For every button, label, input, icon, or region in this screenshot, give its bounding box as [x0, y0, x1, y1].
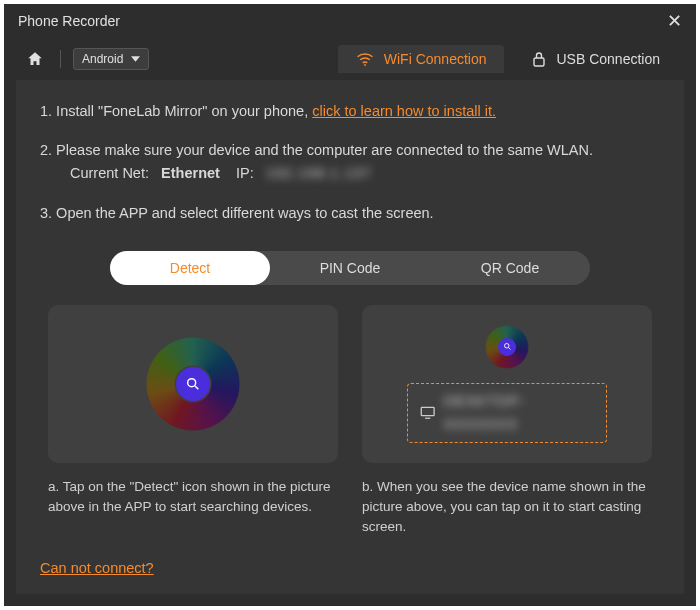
top-nav: Android WiFi Connection USB Connection [4, 38, 696, 80]
chevron-down-icon [131, 56, 140, 62]
magnify-icon [503, 342, 512, 351]
card-b-caption: b. When you see the device name shown in… [362, 477, 652, 538]
magnify-icon [185, 376, 201, 392]
device-name-value: DESKTOP-XXXXXXX [443, 390, 594, 436]
step-3-text: 3. Open the APP and select different way… [40, 205, 434, 221]
tab-usb-label: USB Connection [556, 51, 660, 67]
close-icon[interactable]: ✕ [667, 10, 682, 32]
wifi-icon [356, 52, 374, 66]
cast-method-tabs: Detect PIN Code QR Code [110, 251, 590, 285]
tab-wifi-connection[interactable]: WiFi Connection [338, 45, 505, 73]
ip-label: IP: [236, 165, 254, 181]
svg-point-3 [504, 344, 509, 349]
install-help-link[interactable]: click to learn how to install it. [312, 103, 496, 119]
window-root: Phone Recorder ✕ Android WiFi Connection… [4, 4, 696, 606]
titlebar: Phone Recorder ✕ [4, 4, 696, 38]
footer: Can not connect? [40, 549, 660, 580]
window-title: Phone Recorder [18, 13, 120, 29]
usb-lock-icon [532, 51, 546, 67]
svg-point-2 [188, 378, 196, 386]
tab-qr-code[interactable]: QR Code [430, 251, 590, 285]
separator [60, 50, 61, 68]
step-1-text: 1. Install "FoneLab Mirror" on your phon… [40, 103, 312, 119]
detect-graphic [145, 336, 241, 432]
step-3: 3. Open the APP and select different way… [40, 202, 660, 225]
card-b-col: DESKTOP-XXXXXXX b. When you see the devi… [362, 305, 652, 538]
monitor-icon [420, 406, 435, 419]
os-select[interactable]: Android [73, 48, 149, 70]
svg-rect-1 [534, 58, 544, 66]
svg-point-0 [364, 64, 366, 66]
tab-pin-code[interactable]: PIN Code [270, 251, 430, 285]
home-icon [26, 50, 44, 68]
card-a-col: a. Tap on the "Detect" icon shown in the… [48, 305, 338, 538]
net-value: Ethernet [161, 165, 220, 181]
step-1: 1. Install "FoneLab Mirror" on your phon… [40, 100, 660, 123]
card-a-caption: a. Tap on the "Detect" icon shown in the… [48, 477, 338, 518]
ip-value: 192.168.1.137 [266, 165, 372, 181]
cannot-connect-link[interactable]: Can not connect? [40, 560, 154, 576]
card-detect [48, 305, 338, 463]
device-graphic [485, 325, 529, 369]
magnify-badge [176, 367, 210, 401]
cards-row: a. Tap on the "Detect" icon shown in the… [40, 305, 660, 538]
net-label: Current Net: [70, 165, 149, 181]
magnify-badge-small [498, 338, 516, 356]
os-label: Android [82, 52, 123, 66]
device-name-box[interactable]: DESKTOP-XXXXXXX [407, 383, 607, 443]
tab-wifi-label: WiFi Connection [384, 51, 487, 67]
tab-detect[interactable]: Detect [110, 251, 270, 285]
content-panel: 1. Install "FoneLab Mirror" on your phon… [16, 80, 684, 594]
step-2-netline: Current Net: Ethernet IP: 192.168.1.137 [40, 162, 660, 185]
home-button[interactable] [22, 46, 48, 72]
step-2-text: 2. Please make sure your device and the … [40, 139, 660, 162]
tab-usb-connection[interactable]: USB Connection [514, 45, 678, 73]
step-2: 2. Please make sure your device and the … [40, 139, 660, 185]
svg-rect-4 [421, 408, 434, 416]
card-device: DESKTOP-XXXXXXX [362, 305, 652, 463]
